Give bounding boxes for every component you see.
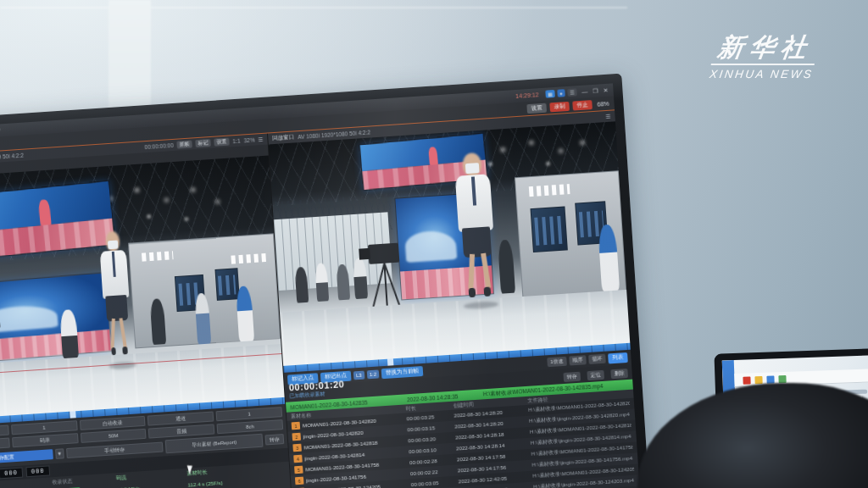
playback-panel: 回放窗口 AV 1080i 1920*1080 50i 4:2:2 ☰ bbox=[268, 110, 642, 488]
playback-video-preview[interactable] bbox=[269, 121, 630, 366]
ingest-panel: 收录窗口 AV 1080i 1920*1080 50i 4:2:2 00:00:… bbox=[0, 133, 295, 488]
settings-button[interactable]: 设置 bbox=[526, 103, 547, 114]
ceiling-seam bbox=[0, 7, 627, 8]
person-head bbox=[637, 383, 868, 488]
playback-menu-icon[interactable]: ☰ bbox=[605, 113, 610, 119]
control-cell[interactable]: 自动收录 bbox=[79, 416, 145, 430]
status-bitrate: 28.2 Mb/s bbox=[117, 481, 185, 488]
control-cell[interactable]: 1 bbox=[11, 420, 77, 435]
record-button[interactable]: 录制 bbox=[549, 101, 570, 112]
speed-select[interactable]: 1倍速 bbox=[547, 357, 567, 368]
main-screen: 公共信号制作2号位 - 未命名* 14:29:12 ▦ ● ☰ — ❐ ✕ 信号… bbox=[0, 83, 642, 488]
clip-duration: 00:00:03:15 bbox=[407, 424, 451, 432]
xinhua-news-watermark: 新华社 XINHUA NEWS bbox=[709, 34, 819, 80]
sequence-mode-button[interactable]: 顺序 bbox=[569, 355, 587, 365]
util-transfer-button[interactable]: 转存 bbox=[563, 372, 581, 382]
settings-icon[interactable]: ☰ bbox=[567, 88, 577, 97]
clip-duration: 00:00:02:22 bbox=[410, 468, 454, 476]
clip-number-badge: 2 bbox=[292, 433, 301, 441]
control-cell[interactable]: 音频 bbox=[148, 424, 214, 438]
maximize-button[interactable]: ❐ bbox=[593, 87, 598, 94]
transfer-button[interactable]: 转存 bbox=[265, 434, 285, 445]
stop-button[interactable]: 停止 bbox=[572, 100, 593, 111]
clip-duration: 00:00:02:28 bbox=[409, 457, 453, 465]
mark-button[interactable]: 标记 bbox=[195, 139, 211, 147]
playlist-button[interactable]: 列表 bbox=[608, 352, 628, 363]
system-clock: 14:29:12 bbox=[515, 92, 539, 99]
clip-duration: 00:00:03:20 bbox=[408, 435, 452, 443]
status-col-name: 素材名称 bbox=[0, 480, 49, 488]
minimize-button[interactable]: — bbox=[581, 88, 587, 94]
xinhua-logo-english: XINHUA NEWS bbox=[709, 68, 814, 80]
clip-duration: 00:00:03:25 bbox=[406, 413, 450, 421]
level-display: 000 bbox=[25, 465, 49, 477]
zoom-percent: 32% bbox=[243, 137, 254, 144]
status-dot-icon[interactable]: ● bbox=[557, 89, 565, 97]
clip-number-badge: 1 bbox=[292, 422, 301, 430]
clip-number-badge: 5 bbox=[294, 466, 303, 474]
ingest-video-preview[interactable] bbox=[0, 156, 285, 420]
toggle-l3-button[interactable]: L3 bbox=[353, 370, 364, 380]
control-cell[interactable]: 8ch bbox=[217, 419, 283, 434]
clip-duration: 00:00:03:10 bbox=[409, 446, 453, 454]
control-cell[interactable]: 通道 bbox=[147, 411, 214, 425]
floor-led-wall bbox=[0, 272, 112, 363]
loop-mode-button[interactable]: 循环 bbox=[588, 354, 606, 364]
clip-number-badge: 4 bbox=[293, 455, 303, 463]
storage-percent: 68% bbox=[597, 100, 609, 107]
clip-duration: 00:00:03:05 bbox=[411, 479, 455, 487]
panel-layout-icon[interactable]: ▦ bbox=[545, 90, 555, 98]
control-cell[interactable]: 码率 bbox=[12, 433, 78, 447]
util-delete-button[interactable]: 删除 bbox=[610, 369, 628, 379]
level-display: 000 bbox=[0, 468, 23, 480]
util-locate-button[interactable]: 定位 bbox=[587, 370, 604, 380]
control-cell[interactable]: 50M bbox=[80, 429, 146, 443]
manual-transfer-button[interactable]: 手动转存 bbox=[66, 442, 164, 459]
toggle-ratio-button[interactable]: 1:2 bbox=[366, 369, 379, 379]
close-button[interactable]: ✕ bbox=[603, 86, 608, 93]
playback-panel-title: 回放窗口 bbox=[272, 133, 295, 142]
panel-settings-button[interactable]: 设置 bbox=[214, 138, 230, 147]
grab-frame-button[interactable]: 抓帧 bbox=[176, 140, 192, 148]
control-cell[interactable]: 1 bbox=[216, 407, 282, 421]
menu-icon[interactable]: ☰ bbox=[258, 136, 263, 142]
xinhua-logo-chinese: 新华社 bbox=[710, 34, 818, 65]
zoom-ratio: 1:1 bbox=[232, 138, 240, 145]
secondary-yellow-icon bbox=[754, 376, 762, 384]
clip-number-badge: 3 bbox=[292, 444, 302, 452]
ingest-timecode: 00:00:00:00 bbox=[144, 142, 174, 150]
secondary-red-icon bbox=[743, 376, 750, 384]
clip-number-badge: 6 bbox=[295, 477, 304, 485]
main-monitor: 公共信号制作2号位 - 未命名* 14:29:12 ▦ ● ☰ — ❐ ✕ 信号… bbox=[0, 74, 652, 488]
stepper-down-icon[interactable]: ▼ bbox=[55, 448, 64, 459]
replace-frame-button[interactable]: 替换为当前帧 bbox=[381, 366, 424, 379]
secondary-green-icon bbox=[778, 375, 786, 383]
